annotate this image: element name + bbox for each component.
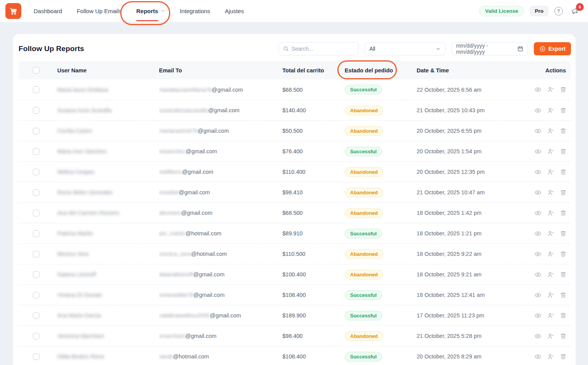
delete-report-button[interactable] xyxy=(560,86,567,93)
view-report-button[interactable] xyxy=(534,168,542,176)
view-report-button[interactable] xyxy=(534,230,542,237)
column-header-total-carrito: Total del carrito xyxy=(282,67,345,74)
view-report-button[interactable] xyxy=(534,86,542,93)
remove-subscriber-button[interactable] xyxy=(547,209,554,217)
remove-subscriber-button[interactable] xyxy=(547,332,554,340)
row-checkbox[interactable] xyxy=(33,333,39,339)
delete-report-button[interactable] xyxy=(560,250,567,258)
remove-subscriber-button[interactable] xyxy=(547,86,554,93)
row-actions xyxy=(534,291,572,299)
view-report-button[interactable] xyxy=(534,250,542,258)
table-row: Viviana Di Donatovivianadido78@gmail.com… xyxy=(19,284,571,305)
view-report-button[interactable] xyxy=(534,189,542,196)
view-report-button[interactable] xyxy=(534,148,542,155)
row-checkbox[interactable] xyxy=(33,169,39,175)
nav-item-ajustes[interactable]: Ajustes xyxy=(225,1,244,22)
date-time: 21 October, 2025 10:43 pm xyxy=(417,107,534,113)
trash-icon xyxy=(560,332,567,340)
nav-item-dashboard[interactable]: Dashboard xyxy=(34,1,62,22)
row-checkbox[interactable] xyxy=(33,271,39,278)
topbar-right: Valid License Pro ? 6 xyxy=(479,6,580,16)
order-status-badge: Successful xyxy=(345,229,382,238)
cart-total: $100.400 xyxy=(282,271,345,278)
remove-subscriber-button[interactable] xyxy=(547,189,554,196)
remove-subscriber-button[interactable] xyxy=(547,230,554,237)
view-report-button[interactable] xyxy=(534,353,542,360)
row-checkbox[interactable] xyxy=(33,251,39,257)
delete-report-button[interactable] xyxy=(560,127,567,135)
remove-subscriber-button[interactable] xyxy=(547,250,554,258)
table-row: Ana del Carmen Romeroalromero@gmail.com$… xyxy=(19,202,571,223)
remove-subscriber-button[interactable] xyxy=(547,271,554,278)
view-report-button[interactable] xyxy=(534,209,542,217)
chevron-down-icon xyxy=(161,9,165,13)
delete-report-button[interactable] xyxy=(560,168,567,176)
question-icon: ? xyxy=(557,8,560,14)
delete-report-button[interactable] xyxy=(560,189,567,196)
user-minus-icon xyxy=(547,353,554,360)
nav-item-integrations[interactable]: Integrations xyxy=(180,1,210,22)
delete-report-button[interactable] xyxy=(560,312,567,319)
help-button[interactable]: ? xyxy=(554,7,563,15)
remove-subscriber-button[interactable] xyxy=(547,107,554,114)
date-time: 20 October, 2025 8:29 am xyxy=(417,353,534,360)
remove-subscriber-button[interactable] xyxy=(547,312,554,319)
user-minus-icon xyxy=(547,86,554,93)
table-row: Patricia Martinpm_martin@hotmail.com$89.… xyxy=(19,223,571,243)
delete-report-button[interactable] xyxy=(560,332,567,340)
row-checkbox[interactable] xyxy=(33,148,39,155)
search-input[interactable] xyxy=(292,46,354,52)
delete-report-button[interactable] xyxy=(560,230,567,237)
email-user-redacted: monica_vera xyxy=(159,251,191,257)
view-report-button[interactable] xyxy=(534,291,542,299)
row-checkbox[interactable] xyxy=(33,353,39,360)
remove-subscriber-button[interactable] xyxy=(547,148,554,155)
nav-item-reports[interactable]: Reports xyxy=(136,1,165,22)
date-range-picker[interactable]: mm/dd/yyyy - mm/dd/yyyy xyxy=(451,42,528,55)
row-checkbox[interactable] xyxy=(33,86,39,93)
table-row: Maria laura Orellanamarialauraorellana78… xyxy=(19,79,571,100)
search-box[interactable] xyxy=(279,42,359,55)
notifications-button[interactable]: 6 xyxy=(570,6,580,16)
view-report-button[interactable] xyxy=(534,127,542,135)
remove-subscriber-button[interactable] xyxy=(547,127,554,135)
cart-total: $89.910 xyxy=(282,230,345,236)
user-name-redacted: Cecilia Castro xyxy=(57,128,92,134)
table-row: Melina Cespasmelifierro@gmail.com$110.40… xyxy=(19,161,571,182)
view-report-button[interactable] xyxy=(534,271,542,278)
row-actions xyxy=(534,86,572,93)
delete-report-button[interactable] xyxy=(560,353,567,360)
row-checkbox[interactable] xyxy=(33,230,39,237)
row-checkbox[interactable] xyxy=(33,189,39,196)
remove-subscriber-button[interactable] xyxy=(547,168,554,176)
delete-report-button[interactable] xyxy=(560,209,567,217)
eye-icon xyxy=(534,168,542,176)
nav-item-follow-up-emails[interactable]: Follow Up Emails xyxy=(77,1,121,22)
nav-item-label: Reports xyxy=(136,8,158,14)
date-time: 20 October, 2025 12:35 pm xyxy=(417,169,534,175)
notification-count-badge: 6 xyxy=(576,3,584,11)
remove-subscriber-button[interactable] xyxy=(547,291,554,299)
delete-report-button[interactable] xyxy=(560,148,567,155)
row-checkbox[interactable] xyxy=(33,312,39,319)
delete-report-button[interactable] xyxy=(560,291,567,299)
view-report-button[interactable] xyxy=(534,312,542,319)
row-checkbox[interactable] xyxy=(33,292,39,298)
select-all-checkbox[interactable] xyxy=(33,67,39,74)
email-user-redacted: alromero xyxy=(159,210,181,216)
delete-report-button[interactable] xyxy=(560,271,567,278)
remove-subscriber-button[interactable] xyxy=(547,353,554,360)
row-checkbox[interactable] xyxy=(33,210,39,216)
search-icon xyxy=(283,46,289,52)
status-filter-dropdown[interactable]: All xyxy=(364,42,446,55)
view-report-button[interactable] xyxy=(534,332,542,340)
column-header-estado-pedido: Estado del pedido xyxy=(345,67,417,74)
export-button[interactable]: Export xyxy=(534,42,571,55)
view-report-button[interactable] xyxy=(534,107,542,114)
row-checkbox[interactable] xyxy=(33,107,39,114)
app-logo[interactable] xyxy=(5,3,21,19)
delete-report-button[interactable] xyxy=(560,107,567,114)
cart-total: $110.400 xyxy=(282,169,345,175)
row-checkbox[interactable] xyxy=(33,128,39,134)
trash-icon xyxy=(560,271,567,278)
